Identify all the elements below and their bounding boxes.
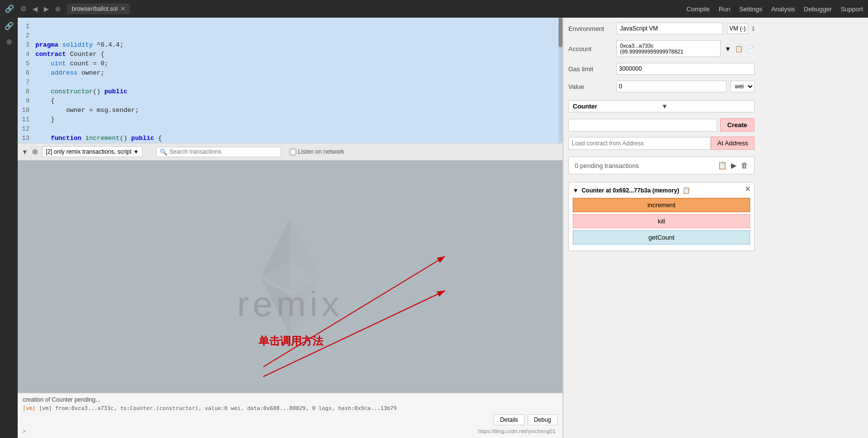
code-content[interactable]: pragma solidity ^0.4.4; contract Counter… bbox=[32, 18, 562, 143]
filter-label: [2] only remix transactions, script bbox=[46, 148, 132, 155]
details-button[interactable]: Details bbox=[494, 414, 525, 425]
search-box[interactable]: 🔍 bbox=[156, 147, 281, 157]
pending-box: 0 pending transactions 📋 ▶ 🗑 bbox=[568, 157, 755, 174]
toolbar-close-icon[interactable]: ⊗ bbox=[32, 147, 38, 156]
filter-select[interactable]: [2] only remix transactions, script ▼ bbox=[42, 146, 142, 157]
eth-watermark bbox=[251, 212, 330, 341]
account-value: 0xca3...a733c (99.999999999999978821 bbox=[616, 40, 721, 57]
remix-watermark: remix bbox=[237, 284, 343, 324]
svg-marker-4 bbox=[261, 278, 290, 335]
sidebar-icon-link[interactable]: 🔗 bbox=[4, 22, 14, 30]
top-nav: Compile Run Settings Analysis Debugger S… bbox=[686, 5, 863, 13]
svg-marker-0 bbox=[261, 217, 290, 276]
account-dropdown-icon[interactable]: ▼ bbox=[725, 45, 731, 53]
listen-checkbox[interactable] bbox=[290, 149, 296, 155]
deployed-copy-icon[interactable]: 📋 bbox=[682, 187, 690, 194]
value-row: Value wei bbox=[568, 81, 755, 92]
search-icon: 🔍 bbox=[160, 148, 168, 156]
line-numbers: 12345678910111213 bbox=[18, 18, 32, 143]
deployed-contract-title: Counter at 0x692...77b3a (memory) bbox=[582, 187, 679, 194]
console-actions: Details Debug bbox=[23, 414, 558, 425]
annotation-text: 单击调用方法 bbox=[258, 334, 323, 349]
code-editor[interactable]: 12345678910111213 pragma solidity ^0.4.4… bbox=[18, 18, 562, 143]
arrow-overlay bbox=[18, 161, 562, 393]
gas-limit-label: Gas limit bbox=[568, 65, 613, 73]
nav-back-icon[interactable]: ◀ bbox=[32, 5, 38, 13]
tx-toolbar: ▼ ⊗ [2] only remix transactions, script … bbox=[18, 143, 562, 161]
left-sidebar: 🔗 ⊗ bbox=[0, 18, 18, 438]
create-input[interactable] bbox=[568, 119, 717, 132]
main-layout: 🔗 ⊗ 12345678910111213 pragma solidity ^0… bbox=[0, 18, 868, 438]
pending-delete-icon[interactable]: 🗑 bbox=[741, 161, 748, 170]
sidebar-icon-circle[interactable]: ⊗ bbox=[6, 37, 12, 46]
nav-analysis[interactable]: Analysis bbox=[771, 5, 795, 13]
scrollbar-thumb[interactable] bbox=[559, 18, 562, 47]
svg-line-7 bbox=[263, 256, 445, 367]
create-button[interactable]: Create bbox=[720, 118, 755, 132]
right-panel: Environment JavaScript VM VM (-) ℹ Accou… bbox=[563, 18, 759, 438]
deployed-contract-header: ▼ Counter at 0x692...77b3a (memory) 📋 bbox=[573, 187, 750, 194]
nav-split-icon[interactable]: ⊕ bbox=[55, 5, 61, 13]
vm-msg-bracket: [vm] bbox=[23, 405, 36, 411]
debug-button[interactable]: Debug bbox=[528, 414, 558, 425]
nav-debugger[interactable]: Debugger bbox=[804, 5, 832, 13]
gas-limit-row: Gas limit bbox=[568, 63, 755, 75]
account-copy-icon[interactable]: 📋 bbox=[735, 45, 743, 53]
console-panel: creation of Counter pending... [vm] [vm]… bbox=[18, 393, 562, 438]
filter-dropdown-icon[interactable]: ▼ bbox=[134, 149, 139, 155]
pending-actions: 📋 ▶ 🗑 bbox=[718, 161, 748, 170]
nav-icon-settings[interactable]: ⚙ bbox=[20, 4, 27, 13]
listen-on-network[interactable]: Listen on network bbox=[290, 148, 344, 155]
at-address-button[interactable]: At Address bbox=[711, 137, 755, 150]
console-footer-url: https://blog.csdn.net/yincheng01 bbox=[476, 427, 558, 435]
console-pending-msg: creation of Counter pending... bbox=[23, 396, 558, 403]
value-input[interactable] bbox=[616, 81, 727, 92]
search-input[interactable] bbox=[169, 148, 278, 155]
load-address-input[interactable] bbox=[568, 137, 711, 150]
deployed-close-button[interactable]: ✕ bbox=[745, 185, 751, 193]
value-label: Value bbox=[568, 83, 613, 90]
svg-marker-1 bbox=[290, 217, 320, 276]
vm-msg-text: [vm] from:0xca3...a733c, to:Counter.(con… bbox=[39, 405, 396, 411]
getcount-button[interactable]: getCount bbox=[573, 230, 750, 245]
create-row: Create bbox=[568, 118, 755, 132]
editor-pane: 12345678910111213 pragma solidity ^0.4.4… bbox=[18, 18, 563, 438]
kill-button[interactable]: kill bbox=[573, 214, 750, 228]
topbar: 🔗 ⚙ ◀ ▶ ⊕ browser/ballot.sol ✕ Compile R… bbox=[0, 0, 868, 18]
vm-selector[interactable]: VM (-) bbox=[727, 23, 748, 34]
pending-play-icon[interactable]: ▶ bbox=[731, 161, 737, 170]
environment-label: Environment bbox=[568, 25, 613, 32]
environment-value: JavaScript VM bbox=[616, 23, 723, 34]
nav-compile[interactable]: Compile bbox=[686, 5, 710, 13]
nav-support[interactable]: Support bbox=[840, 5, 863, 13]
toolbar-collapse-icon[interactable]: ▼ bbox=[22, 148, 28, 156]
contract-dropdown-icon[interactable]: ▼ bbox=[662, 103, 751, 110]
tx-panel: remix 单击调用方法 bbox=[18, 161, 562, 393]
deployed-contract: ✕ ▼ Counter at 0x692...77b3a (memory) 📋 … bbox=[568, 182, 755, 251]
editor-scrollbar[interactable] bbox=[559, 18, 562, 143]
account-row: Account 0xca3...a733c (99.99999999999997… bbox=[568, 40, 755, 57]
increment-button[interactable]: increment bbox=[573, 198, 750, 212]
tab-label: browser/ballot.sol bbox=[72, 5, 117, 12]
deployed-toggle-icon[interactable]: ▼ bbox=[573, 187, 579, 194]
contract-name: Counter bbox=[573, 103, 662, 110]
environment-row: Environment JavaScript VM VM (-) ℹ bbox=[568, 23, 755, 34]
gas-limit-input[interactable] bbox=[616, 63, 755, 75]
tab-close-icon[interactable]: ✕ bbox=[120, 5, 125, 12]
nav-settings[interactable]: Settings bbox=[739, 5, 762, 13]
console-vm-msg: [vm] [vm] from:0xca3...a733c, to:Counter… bbox=[23, 405, 558, 425]
listen-label-text: Listen on network bbox=[298, 148, 344, 155]
pending-text: 0 pending transactions bbox=[575, 162, 639, 169]
account-extra-icon[interactable]: 📄 bbox=[747, 45, 755, 53]
console-arrow-icon[interactable]: > bbox=[23, 428, 26, 434]
nav-forward-icon[interactable]: ▶ bbox=[44, 5, 49, 13]
nav-icon-link[interactable]: 🔗 bbox=[5, 4, 14, 13]
svg-marker-3 bbox=[290, 261, 320, 291]
pending-save-icon[interactable]: 📋 bbox=[718, 161, 727, 170]
info-icon[interactable]: ℹ bbox=[752, 25, 755, 32]
contract-selector[interactable]: Counter ▼ bbox=[568, 100, 755, 112]
svg-marker-5 bbox=[290, 278, 320, 335]
value-unit-select[interactable]: wei bbox=[730, 81, 755, 92]
nav-run[interactable]: Run bbox=[719, 5, 730, 13]
editor-tab[interactable]: browser/ballot.sol ✕ bbox=[67, 3, 130, 14]
